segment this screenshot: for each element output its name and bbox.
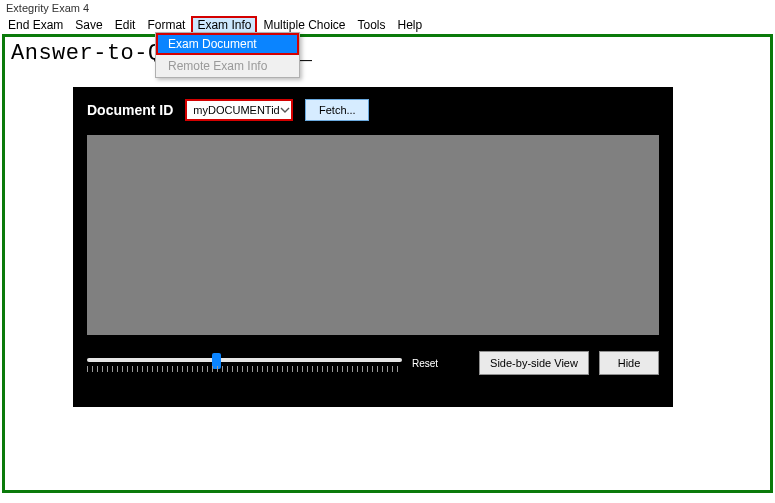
menu-save[interactable]: Save [69, 16, 108, 34]
menu-edit[interactable]: Edit [109, 16, 142, 34]
hide-button[interactable]: Hide [599, 351, 659, 375]
menu-help[interactable]: Help [392, 16, 429, 34]
zoom-slider[interactable] [87, 352, 402, 374]
document-id-value: myDOCUMENTid [193, 104, 279, 116]
document-panel: Document ID myDOCUMENTid Fetch... Reset … [73, 87, 673, 407]
fetch-button[interactable]: Fetch... [305, 99, 369, 121]
reset-label[interactable]: Reset [412, 358, 438, 369]
editor-frame: Answer-to-Question-_1_ Document ID myDOC… [2, 34, 773, 493]
dropdown-exam-document[interactable]: Exam Document [156, 33, 299, 55]
side-by-side-button[interactable]: Side-by-side View [479, 351, 589, 375]
document-preview-area [87, 135, 659, 335]
panel-bottom-row: Reset Side-by-side View Hide [87, 351, 659, 375]
window-title: Extegrity Exam 4 [0, 0, 775, 16]
slider-ticks [87, 366, 402, 372]
answer-text[interactable]: Answer-to-Question-_1_ [5, 37, 770, 70]
menu-tools[interactable]: Tools [352, 16, 392, 34]
menu-end-exam[interactable]: End Exam [2, 16, 69, 34]
document-id-row: Document ID myDOCUMENTid Fetch... [87, 99, 659, 121]
chevron-down-icon [280, 105, 290, 115]
document-id-label: Document ID [87, 102, 173, 118]
exam-info-dropdown: Exam Document Remote Exam Info [155, 32, 300, 78]
dropdown-remote-exam-info[interactable]: Remote Exam Info [156, 55, 299, 77]
menubar: End Exam Save Edit Format Exam Info Mult… [0, 16, 775, 34]
document-id-select[interactable]: myDOCUMENTid [185, 99, 293, 121]
slider-track [87, 358, 402, 362]
